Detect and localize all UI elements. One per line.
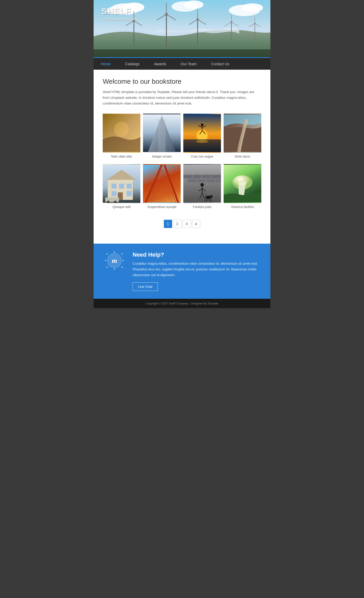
footer-text: Copyright © 2017 Shelf Company - Designe…	[146, 302, 218, 305]
nav-home[interactable]: Home	[94, 58, 118, 70]
svg-line-92	[200, 194, 202, 199]
grid-image-5	[103, 164, 140, 203]
svg-rect-34	[103, 114, 140, 152]
grid-label-2: Integer ornare	[152, 155, 172, 158]
svg-rect-54	[183, 139, 221, 152]
help-content: Need Help? Curabitur magna tellus, condi…	[133, 251, 261, 291]
svg-rect-36	[143, 114, 181, 152]
page-btn-1[interactable]: 1	[164, 220, 172, 228]
svg-point-88	[200, 183, 204, 187]
main-content: Welcome to our bookstore Shelf HTML temp…	[94, 70, 270, 244]
svg-rect-86	[206, 179, 215, 183]
welcome-paragraph: Shelf HTML template is provided by Toopl…	[103, 89, 261, 106]
svg-rect-69	[143, 165, 181, 203]
svg-rect-85	[197, 179, 206, 183]
svg-rect-45	[183, 114, 221, 152]
help-icon: m	[105, 251, 124, 270]
svg-marker-37	[148, 116, 176, 152]
svg-line-41	[164, 119, 171, 152]
grid-item-7[interactable]: Facilisis justo	[183, 164, 221, 212]
svg-point-95	[210, 195, 213, 198]
dot5	[114, 268, 115, 270]
help-icon-wrapper: m	[103, 251, 126, 270]
nav-awards[interactable]: Awards	[147, 58, 173, 70]
grid-image-7	[183, 164, 221, 203]
grid-item-6[interactable]: Suspendisse suscipit	[143, 164, 181, 212]
svg-rect-64	[127, 191, 132, 196]
grid-image-3	[183, 114, 221, 153]
svg-rect-81	[193, 175, 202, 178]
page-btn-4[interactable]: 4	[192, 220, 200, 228]
grid-image-2	[143, 114, 181, 153]
svg-rect-82	[202, 175, 211, 178]
svg-point-35	[114, 122, 129, 137]
svg-line-99	[205, 199, 205, 202]
help-title: Need Help?	[133, 251, 261, 258]
svg-rect-83	[211, 175, 221, 178]
svg-line-77	[162, 180, 171, 203]
svg-rect-84	[188, 179, 197, 183]
grid-item-5[interactable]: Quisque velit	[103, 164, 140, 212]
pagination: 1 2 3 4	[103, 214, 261, 236]
footer: Copyright © 2017 Shelf Company - Designe…	[94, 299, 270, 308]
nav-contact-us[interactable]: Contact Us	[204, 58, 236, 70]
grid-label-7: Facilisis justo	[193, 205, 211, 209]
grid-item-8[interactable]: Vivamus facilisis	[224, 164, 261, 212]
nav-our-team[interactable]: Our Team	[173, 58, 204, 70]
svg-line-73	[162, 170, 176, 203]
svg-rect-56	[224, 114, 261, 152]
grid-item-1[interactable]: Nam vitae odio	[103, 114, 140, 162]
svg-point-67	[107, 201, 109, 203]
svg-rect-62	[127, 184, 132, 188]
svg-line-70	[146, 165, 162, 203]
grid-image-8	[224, 164, 261, 203]
svg-point-68	[114, 201, 117, 203]
svg-line-72	[148, 170, 162, 203]
svg-line-75	[162, 175, 173, 202]
grid-image-4	[224, 114, 261, 153]
hero-section: SHELF Your Online Bookstore	[94, 0, 270, 57]
svg-rect-100	[224, 165, 261, 203]
page-btn-2[interactable]: 2	[173, 220, 181, 228]
svg-rect-87	[216, 179, 221, 183]
dot1	[114, 251, 115, 253]
grid-item-3[interactable]: Cras non augue	[183, 114, 221, 162]
svg-rect-33	[94, 49, 270, 57]
svg-point-5	[184, 1, 204, 9]
grid-label-8: Vivamus facilisis	[231, 205, 254, 209]
svg-line-98	[207, 199, 207, 202]
svg-line-90	[198, 189, 202, 191]
svg-point-47	[197, 131, 207, 141]
svg-line-52	[200, 131, 202, 134]
svg-rect-63	[112, 191, 116, 196]
welcome-heading: Welcome to our bookstore	[103, 77, 261, 86]
svg-point-102	[236, 176, 244, 181]
svg-rect-80	[183, 175, 192, 178]
image-grid-row1: Nam vitae odio	[103, 114, 261, 162]
main-nav: Home Catalogs Awards Our Team Contact Us	[94, 57, 270, 70]
live-chat-button[interactable]: Live Chat	[133, 282, 158, 291]
grid-item-2[interactable]: Integer ornare	[143, 114, 181, 162]
grid-image-6	[143, 164, 181, 203]
svg-line-71	[164, 165, 178, 203]
svg-line-93	[202, 194, 205, 199]
dot7	[105, 260, 106, 261]
m-logo: m	[107, 254, 122, 268]
svg-point-94	[205, 196, 211, 199]
svg-point-7	[241, 3, 263, 12]
dot3	[122, 260, 124, 261]
grid-label-3: Cras non augue	[191, 155, 213, 158]
dot4	[121, 266, 123, 268]
svg-rect-65	[118, 192, 123, 200]
svg-line-53	[202, 131, 206, 134]
svg-line-39	[153, 119, 159, 152]
dot6	[106, 266, 108, 268]
svg-line-97	[210, 199, 210, 202]
page-btn-3[interactable]: 3	[183, 220, 191, 228]
dot8	[106, 253, 108, 255]
svg-point-46	[196, 129, 208, 142]
svg-marker-59	[107, 170, 137, 180]
dot2	[121, 253, 123, 255]
nav-catalogs[interactable]: Catalogs	[118, 58, 147, 70]
grid-item-4[interactable]: Dolor lacus	[224, 114, 261, 162]
